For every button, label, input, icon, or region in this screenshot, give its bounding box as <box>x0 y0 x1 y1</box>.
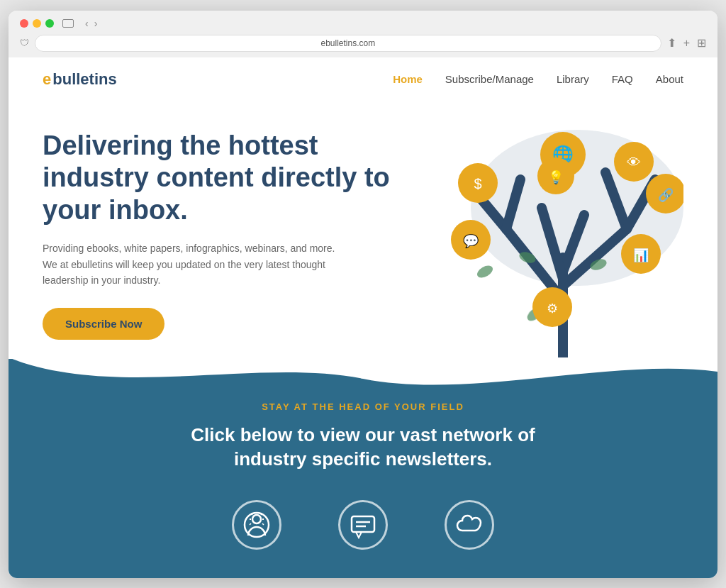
svg-text:💬: 💬 <box>463 233 479 249</box>
back-button[interactable]: ‹ <box>85 18 89 29</box>
maximize-button[interactable] <box>45 19 54 28</box>
svg-text:$: $ <box>474 176 481 192</box>
wave-title: Click below to view our vast network of … <box>186 423 540 472</box>
wave-icon-gear <box>232 500 281 550</box>
tree-svg: 🌐 👁 $ 💡 🔗 💬 <box>414 116 683 359</box>
logo: e bulletins <box>43 70 117 89</box>
nav-library[interactable]: Library <box>557 73 589 85</box>
window-icon <box>62 19 74 28</box>
browser-chrome: ‹ › 🛡 ebulletins.com ⬆ + ⊞ <box>9 11 717 57</box>
svg-point-31 <box>252 515 261 523</box>
nav-subscribe[interactable]: Subscribe/Manage <box>445 73 534 85</box>
svg-text:👁: 👁 <box>627 155 641 170</box>
svg-text:💡: 💡 <box>548 170 564 185</box>
svg-text:🔗: 🔗 <box>658 187 674 203</box>
grid-icon[interactable]: ⊞ <box>697 36 706 50</box>
svg-line-5 <box>605 172 627 229</box>
shield-icon: 🛡 <box>20 38 29 48</box>
svg-line-4 <box>506 179 520 229</box>
minimize-button[interactable] <box>33 19 41 28</box>
navbar: e bulletins Home Subscribe/Manage Librar… <box>9 57 717 101</box>
browser-actions: ⬆ + ⊞ <box>667 36 706 50</box>
svg-point-9 <box>475 262 495 279</box>
forward-button[interactable]: › <box>94 18 98 29</box>
share-icon[interactable]: ⬆ <box>667 36 676 50</box>
svg-point-32 <box>245 513 269 537</box>
subscribe-button[interactable]: Subscribe Now <box>43 308 164 340</box>
wave-svg <box>9 357 717 400</box>
nav-links: Home Subscribe/Manage Library FAQ About <box>393 73 683 85</box>
nav-home[interactable]: Home <box>393 73 423 85</box>
gear-person-icon <box>232 500 281 550</box>
browser-controls: ‹ › <box>85 18 97 29</box>
cloud-icon <box>445 500 494 550</box>
wave-icons <box>43 500 683 550</box>
address-bar-row: 🛡 ebulletins.com ⬆ + ⊞ <box>20 35 706 57</box>
hero-title: Delivering the hottest industry content … <box>43 130 397 227</box>
hero-left: Delivering the hottest industry content … <box>43 116 414 340</box>
page-content: e bulletins Home Subscribe/Manage Librar… <box>9 57 717 578</box>
hero-description: Providing ebooks, white papers, infograp… <box>43 240 340 288</box>
svg-text:⚙: ⚙ <box>547 301 558 316</box>
svg-text:📊: 📊 <box>633 248 649 263</box>
svg-rect-33 <box>352 516 374 532</box>
hero-illustration: 🌐 👁 $ 💡 🔗 💬 <box>414 116 683 359</box>
wave-icon-chat <box>338 500 388 550</box>
wave-subtitle: STAY AT THE HEAD OF YOUR FIELD <box>43 401 683 412</box>
hero-section: Delivering the hottest industry content … <box>9 101 717 359</box>
svg-line-8 <box>542 208 563 279</box>
wave-section: STAY AT THE HEAD OF YOUR FIELD Click bel… <box>9 359 717 578</box>
logo-e: e <box>43 70 51 89</box>
wave-icon-cloud <box>445 500 494 550</box>
close-button[interactable] <box>20 19 28 28</box>
traffic-lights <box>20 19 54 28</box>
logo-text: bulletins <box>52 70 116 89</box>
nav-faq[interactable]: FAQ <box>612 73 633 85</box>
nav-about[interactable]: About <box>656 73 683 85</box>
address-bar[interactable]: ebulletins.com <box>35 35 661 52</box>
add-tab-icon[interactable]: + <box>683 37 690 50</box>
browser-window: ‹ › 🛡 ebulletins.com ⬆ + ⊞ e bulletins H… <box>9 11 717 578</box>
chat-icon <box>338 500 388 550</box>
